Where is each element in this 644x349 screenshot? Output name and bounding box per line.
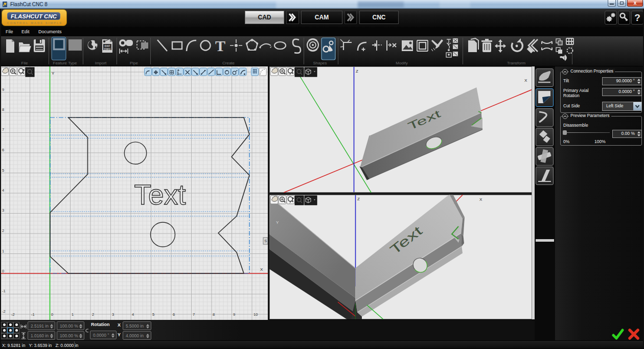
svg-text:-2: -2 (2, 309, 6, 314)
svg-text:Z: Z (356, 69, 358, 74)
svg-text:Z: Z (357, 197, 360, 201)
svg-text:1: 1 (2, 249, 4, 253)
svg-text:2: 2 (2, 228, 4, 233)
svg-text:1: 1 (72, 312, 74, 317)
svg-text:9: 9 (2, 87, 4, 92)
svg-text:Text: Text (134, 179, 186, 211)
svg-text:X: X (260, 267, 263, 272)
svg-text:2: 2 (92, 312, 94, 317)
svg-text:S: S (264, 239, 267, 243)
svg-text:X: X (479, 197, 482, 202)
svg-text:DWG: DWG (104, 48, 110, 51)
svg-text:7: 7 (2, 127, 4, 132)
svg-text:8: 8 (213, 312, 215, 317)
svg-text:-1: -1 (31, 312, 35, 317)
svg-text:6: 6 (2, 148, 4, 152)
svg-text:0: 0 (2, 269, 4, 273)
svg-text:0: 0 (51, 312, 53, 317)
svg-text:T: T (215, 37, 225, 54)
svg-text:Y: Y (276, 220, 279, 225)
svg-text:8: 8 (2, 107, 4, 112)
svg-text:5: 5 (152, 312, 154, 317)
svg-text:Y: Y (52, 71, 55, 76)
svg-text:6: 6 (173, 312, 175, 317)
svg-text:3: 3 (2, 208, 4, 213)
svg-text:4: 4 (132, 312, 134, 317)
svg-text:7: 7 (193, 312, 195, 317)
svg-text:-2: -2 (11, 312, 15, 317)
svg-text:X: X (524, 78, 527, 83)
svg-text:3: 3 (112, 312, 114, 317)
svg-text:10: 10 (254, 312, 258, 317)
svg-text:5: 5 (2, 168, 4, 173)
svg-text:4: 4 (2, 188, 4, 193)
svg-text:-1: -1 (2, 289, 6, 293)
svg-text:9: 9 (233, 312, 235, 317)
